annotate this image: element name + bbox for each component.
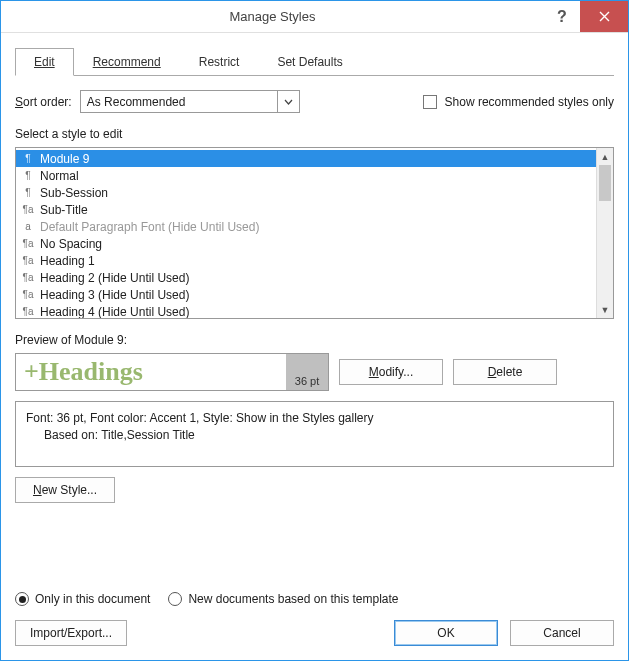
preview-sample-text: +Headings — [16, 354, 286, 390]
style-name: Normal — [40, 169, 79, 183]
character-style-icon: a — [22, 221, 34, 232]
cancel-button[interactable]: Cancel — [510, 620, 614, 646]
ok-button[interactable]: OK — [394, 620, 498, 646]
tab-edit[interactable]: Edit — [15, 48, 74, 76]
manage-styles-dialog: Manage Styles ? Edit Recommend Restrict … — [0, 0, 629, 661]
new-style-row: New Style... — [15, 477, 614, 503]
style-listbox[interactable]: ¶ Module 9 ¶ Normal ¶ Sub-Session ¶a Sub… — [15, 147, 614, 319]
style-description: Font: 36 pt, Font color: Accent 1, Style… — [15, 401, 614, 467]
dialog-body: Edit Recommend Restrict Set Defaults Sor… — [1, 33, 628, 660]
radio-icon — [168, 592, 182, 606]
tab-recommend[interactable]: Recommend — [74, 48, 180, 76]
radio-this-document[interactable]: Only in this document — [15, 592, 150, 606]
style-list-items: ¶ Module 9 ¶ Normal ¶ Sub-Session ¶a Sub… — [16, 148, 596, 318]
preview-row: +Headings 36 pt Modify... Delete — [15, 353, 614, 391]
scroll-track[interactable] — [597, 165, 613, 301]
preview-box: +Headings 36 pt — [15, 353, 329, 391]
linked-style-icon: ¶a — [22, 272, 34, 283]
linked-style-icon: ¶a — [22, 255, 34, 266]
sort-row: Sort order: As Recommended Show recommen… — [15, 90, 614, 113]
scrollbar[interactable]: ▲ ▼ — [596, 148, 613, 318]
list-item[interactable]: ¶ Normal — [16, 167, 596, 184]
show-recommended-label: Show recommended styles only — [445, 95, 614, 109]
sort-order-select[interactable]: As Recommended — [80, 90, 300, 113]
style-name: Module 9 — [40, 152, 89, 166]
style-name: Heading 3 (Hide Until Used) — [40, 288, 189, 302]
scroll-thumb[interactable] — [599, 165, 611, 201]
linked-style-icon: ¶a — [22, 204, 34, 215]
tab-set-defaults[interactable]: Set Defaults — [258, 48, 361, 76]
list-item[interactable]: ¶a Heading 2 (Hide Until Used) — [16, 269, 596, 286]
import-export-button[interactable]: Import/Export... — [15, 620, 127, 646]
style-name: Sub-Title — [40, 203, 88, 217]
tab-strip: Edit Recommend Restrict Set Defaults — [15, 47, 614, 76]
help-button[interactable]: ? — [544, 1, 580, 32]
list-item[interactable]: a Default Paragraph Font (Hide Until Use… — [16, 218, 596, 235]
list-item[interactable]: ¶ Module 9 — [16, 150, 596, 167]
titlebar: Manage Styles ? — [1, 1, 628, 33]
paragraph-icon: ¶ — [22, 170, 34, 181]
paragraph-icon: ¶ — [22, 187, 34, 198]
style-name: No Spacing — [40, 237, 102, 251]
close-icon — [599, 11, 610, 22]
description-line: Font: 36 pt, Font color: Accent 1, Style… — [26, 410, 603, 427]
chevron-down-icon — [277, 91, 299, 112]
description-line: Based on: Title,Session Title — [26, 427, 603, 444]
radio-template[interactable]: New documents based on this template — [168, 592, 398, 606]
scroll-down-icon[interactable]: ▼ — [597, 301, 613, 318]
style-name: Heading 1 — [40, 254, 95, 268]
new-style-button[interactable]: New Style... — [15, 477, 115, 503]
modify-button[interactable]: Modify... — [339, 359, 443, 385]
dialog-footer: Import/Export... OK Cancel — [15, 620, 614, 646]
window-title: Manage Styles — [1, 9, 544, 24]
window-controls: ? — [544, 1, 628, 32]
sort-order-label: Sort order: — [15, 95, 72, 109]
show-recommended-checkbox[interactable] — [423, 95, 437, 109]
preview-size-label: 36 pt — [286, 354, 328, 390]
linked-style-icon: ¶a — [22, 289, 34, 300]
paragraph-icon: ¶ — [22, 153, 34, 164]
delete-button[interactable]: Delete — [453, 359, 557, 385]
radio-icon — [15, 592, 29, 606]
sort-order-value: As Recommended — [81, 95, 277, 109]
tab-restrict[interactable]: Restrict — [180, 48, 259, 76]
scroll-up-icon[interactable]: ▲ — [597, 148, 613, 165]
style-name: Sub-Session — [40, 186, 108, 200]
close-button[interactable] — [580, 1, 628, 32]
list-item[interactable]: ¶a No Spacing — [16, 235, 596, 252]
list-item[interactable]: ¶a Heading 4 (Hide Until Used) — [16, 303, 596, 318]
list-item[interactable]: ¶a Heading 1 — [16, 252, 596, 269]
style-name: Default Paragraph Font (Hide Until Used) — [40, 220, 259, 234]
list-item[interactable]: ¶a Sub-Title — [16, 201, 596, 218]
preview-label: Preview of Module 9: — [15, 333, 614, 347]
style-name: Heading 4 (Hide Until Used) — [40, 305, 189, 319]
list-item[interactable]: ¶ Sub-Session — [16, 184, 596, 201]
linked-style-icon: ¶a — [22, 306, 34, 317]
list-item[interactable]: ¶a Heading 3 (Hide Until Used) — [16, 286, 596, 303]
linked-style-icon: ¶a — [22, 238, 34, 249]
style-name: Heading 2 (Hide Until Used) — [40, 271, 189, 285]
scope-radio-group: Only in this document New documents base… — [15, 568, 614, 620]
select-style-label: Select a style to edit — [15, 127, 614, 141]
